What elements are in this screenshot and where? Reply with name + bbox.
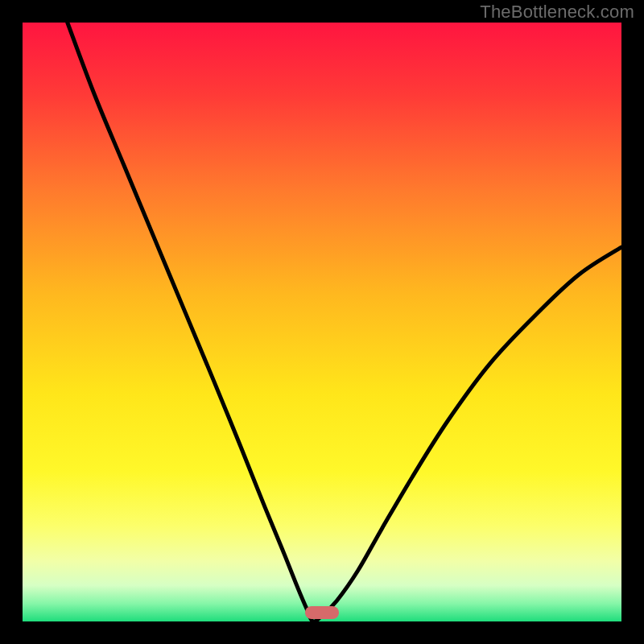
plot-area: [23, 23, 621, 621]
chart-frame: TheBottleneck.com: [0, 0, 644, 644]
attribution-label: TheBottleneck.com: [480, 2, 634, 23]
minimum-marker-pill: [305, 606, 339, 619]
bottleneck-curve: [23, 23, 621, 621]
